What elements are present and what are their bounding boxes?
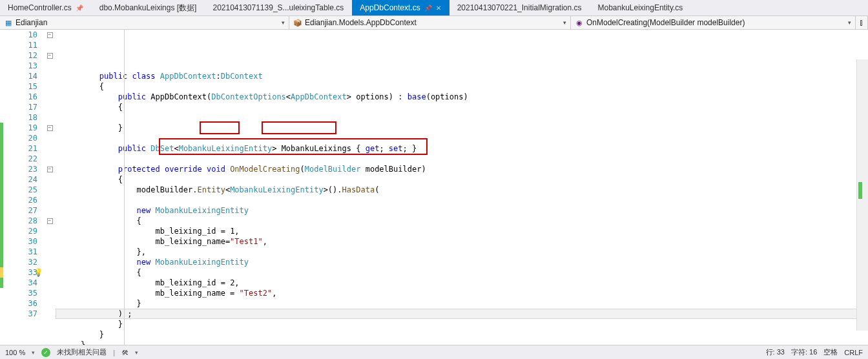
line-number: 29 (0, 226, 37, 236)
code-line[interactable]: } (56, 340, 868, 345)
fold-cell[interactable] (44, 236, 56, 247)
code-line[interactable]: } (56, 329, 868, 340)
collapse-icon[interactable]: − (47, 53, 53, 59)
class-icon: 📦 (293, 18, 302, 27)
collapse-icon[interactable]: − (47, 125, 53, 131)
code-line[interactable]: new MobankuLeixingEntity (56, 257, 868, 267)
document-tab[interactable]: MobankuLeixingEntity.cs (590, 0, 691, 15)
line-ending[interactable]: CRLF (844, 349, 863, 356)
document-tab[interactable]: dbo.MobankuLeixings [数据] (92, 0, 205, 15)
fold-cell[interactable] (44, 174, 56, 185)
line-number: 25 (0, 185, 37, 195)
pin-icon[interactable]: 📌 (424, 5, 432, 12)
collapse-icon[interactable]: − (47, 218, 53, 224)
fold-cell[interactable] (44, 195, 56, 205)
collapse-icon[interactable]: − (47, 32, 53, 38)
code-line[interactable] (56, 133, 868, 143)
code-line[interactable]: }, (56, 247, 868, 257)
fold-cell[interactable] (44, 278, 56, 288)
line-number: 17 (0, 102, 37, 112)
split-editor-button[interactable]: ⫿ (856, 16, 868, 29)
fold-cell[interactable] (44, 154, 56, 164)
outlining-margin[interactable]: −−−−− (44, 30, 56, 345)
code-line[interactable]: ) ; (56, 309, 868, 319)
fold-cell[interactable] (44, 40, 56, 50)
code-line[interactable]: protected override void OnModelCreating(… (56, 164, 868, 174)
fold-cell[interactable]: − (44, 164, 56, 174)
code-line[interactable]: { (56, 174, 868, 185)
document-tab[interactable]: 20210413071139_S...uleixingTable.cs (205, 0, 352, 15)
code-line[interactable] (56, 154, 868, 164)
fold-cell[interactable] (44, 143, 56, 154)
tab-label: AppDbContext.cs (360, 3, 420, 12)
fold-cell[interactable] (44, 298, 56, 309)
close-icon[interactable]: ✕ (436, 5, 441, 12)
code-line[interactable]: mb_leixing_id = 1, (56, 226, 868, 236)
line-number: 30 (0, 236, 37, 247)
fold-cell[interactable]: − (44, 30, 56, 40)
document-tab[interactable]: HomeController.cs📌 (0, 0, 92, 15)
fold-cell[interactable] (44, 112, 56, 123)
code-line[interactable]: } (56, 123, 868, 133)
line-number: 21 (0, 143, 37, 154)
code-line[interactable]: modelBuilder.Entity<MobankuLeixingEntity… (56, 185, 868, 195)
chevron-down-icon: ▾ (282, 19, 285, 26)
fold-cell[interactable] (44, 226, 56, 236)
code-line[interactable]: new MobankuLeixingEntity (56, 205, 868, 216)
nav-type-label: Edianjian.Models.AppDbContext (305, 18, 417, 27)
collapse-icon[interactable]: − (47, 167, 53, 172)
nav-project[interactable]: ▦ Edianjian ▾ (0, 16, 289, 29)
document-tab[interactable]: AppDbContext.cs📌✕ (352, 0, 449, 15)
status-bar: 100 % ▾ ✓ 未找到相关问题 | 🛠 ▾ 行: 33 字符: 16 空格 … (0, 345, 868, 359)
code-line[interactable]: } (56, 319, 868, 329)
issues-text[interactable]: 未找到相关问题 (57, 347, 107, 357)
fold-cell[interactable] (44, 92, 56, 102)
fold-cell[interactable] (44, 247, 56, 257)
code-line[interactable] (56, 195, 868, 205)
screwdriver-icon[interactable]: 🛠 (121, 349, 129, 356)
zoom-chevron-icon[interactable]: ▾ (32, 349, 35, 356)
fold-cell[interactable] (44, 71, 56, 81)
fold-cell[interactable] (44, 102, 56, 112)
line-number: 22 (0, 154, 37, 164)
zoom-level[interactable]: 100 % (5, 349, 25, 356)
nav-member[interactable]: ◉ OnModelCreating(ModelBuilder modelBuil… (571, 16, 856, 29)
line-number: 14 (0, 71, 37, 81)
tab-label: dbo.MobankuLeixings [数据] (99, 3, 197, 14)
fold-cell[interactable] (44, 205, 56, 216)
nav-member-label: OnModelCreating(ModelBuilder modelBuilde… (586, 18, 745, 27)
code-line[interactable] (56, 112, 868, 123)
code-editor[interactable]: 1011121314151617181920212223242526272829… (0, 30, 868, 345)
nav-type[interactable]: 📦 Edianjian.Models.AppDbContext ▾ (289, 16, 571, 29)
fold-cell[interactable] (44, 288, 56, 298)
fold-cell[interactable] (44, 257, 56, 267)
fold-cell[interactable]: − (44, 50, 56, 61)
line-number: 32 (0, 257, 37, 267)
document-tab[interactable]: 20210413070221_InitialMigration.cs (450, 0, 590, 15)
fold-cell[interactable] (44, 185, 56, 195)
vertical-scrollbar[interactable] (856, 59, 868, 331)
fold-cell[interactable] (44, 309, 56, 319)
code-line[interactable]: public DbSet<MobankuLeixingEntity> Moban… (56, 143, 868, 154)
fold-cell[interactable]: − (44, 216, 56, 226)
pin-icon[interactable]: 📌 (76, 5, 83, 12)
indent-mode[interactable]: 空格 (823, 347, 838, 357)
code-area[interactable]: public class AppDbContext:DbContext { pu… (56, 30, 868, 345)
code-line[interactable]: { (56, 81, 868, 92)
code-line[interactable]: public class AppDbContext:DbContext (56, 71, 868, 81)
fold-cell[interactable]: − (44, 123, 56, 133)
code-line[interactable]: mb_leixing_name = "Test2", (56, 288, 868, 298)
code-line[interactable]: mb_leixing_id = 2, (56, 278, 868, 288)
code-line[interactable]: { (56, 216, 868, 226)
csharp-project-icon: ▦ (4, 18, 13, 27)
code-line[interactable]: { (56, 267, 868, 278)
fold-cell[interactable] (44, 133, 56, 143)
fold-cell[interactable] (44, 81, 56, 92)
line-number: 16 (0, 92, 37, 102)
fold-cell[interactable] (44, 61, 56, 71)
code-line[interactable]: mb_leixing_name="Test1", (56, 236, 868, 247)
fold-cell[interactable] (44, 267, 56, 278)
code-line[interactable]: { (56, 102, 868, 112)
code-line[interactable]: public AppDbContext(DbContextOptions<App… (56, 92, 868, 102)
code-line[interactable]: } (56, 298, 868, 309)
